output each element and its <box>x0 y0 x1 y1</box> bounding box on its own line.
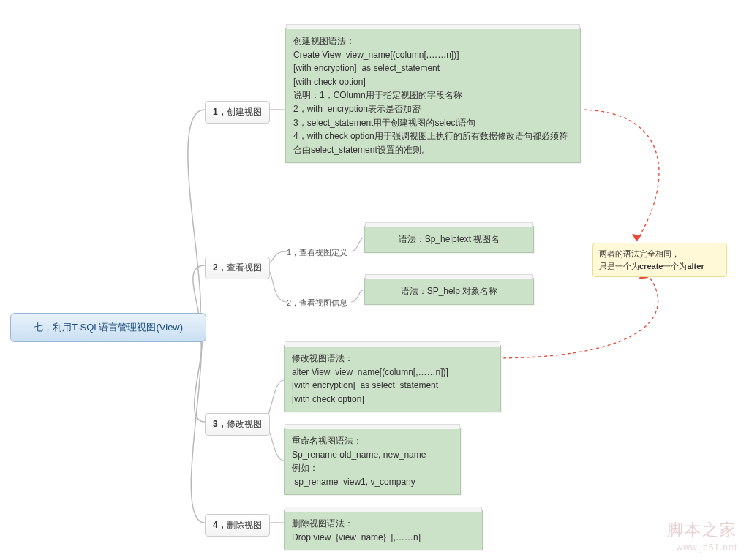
branch-label: 修改视图 <box>227 419 262 429</box>
branch-label: 删除视图 <box>227 520 262 530</box>
detail-rename[interactable]: 重命名视图语法： Sp_rename old_name, new_name 例如… <box>284 428 461 495</box>
detail-view-def-text: 语法：Sp_helptext 视图名 <box>399 234 500 244</box>
note-line2: 只是一个为create一个为alter <box>599 260 720 273</box>
branch-create-view[interactable]: 1，创建视图 <box>205 101 270 124</box>
branch-delete-view[interactable]: 4，删除视图 <box>205 514 270 537</box>
svg-marker-0 <box>632 234 641 241</box>
root-topic[interactable]: 七，利用T-SQL语言管理视图(View) <box>10 313 206 342</box>
root-title: 七，利用T-SQL语言管理视图(View) <box>34 322 183 333</box>
detail-alter-text: 修改视图语法： alter View view_name[(column[,……… <box>292 352 493 406</box>
branch-label: 查看视图 <box>227 262 262 273</box>
branch-view-view[interactable]: 2，查看视图 <box>205 257 270 279</box>
branch-num: 4， <box>213 520 227 530</box>
note-line1: 两者的语法完全相同， <box>599 248 720 260</box>
detail-view-def[interactable]: 语法：Sp_helptext 视图名 <box>364 226 534 253</box>
detail-alter[interactable]: 修改视图语法： alter View view_name[(column[,……… <box>284 345 501 412</box>
watermark-en: www.jb51.net <box>677 542 737 553</box>
branch-num: 3， <box>213 419 227 429</box>
detail-create-text: 创建视图语法： Create View view_name[(column[,…… <box>293 34 573 156</box>
note-annotation[interactable]: 两者的语法完全相同， 只是一个为create一个为alter <box>592 243 727 277</box>
branch-num: 1， <box>213 107 227 117</box>
detail-view-info-text: 语法：SP_help 对象名称 <box>401 286 498 296</box>
sub-view-def-label: 1，查看视图定义 <box>287 247 347 258</box>
branch-label: 创建视图 <box>227 107 262 117</box>
detail-create[interactable]: 创建视图语法： Create View view_name[(column[,…… <box>285 28 581 163</box>
detail-rename-text: 重命名视图语法： Sp_rename old_name, new_name 例如… <box>292 434 453 488</box>
detail-drop-text: 删除视图语法： Drop view {view_name} [,……n] <box>292 517 475 544</box>
branch-modify-view[interactable]: 3，修改视图 <box>205 413 270 436</box>
detail-drop[interactable]: 删除视图语法： Drop view {view_name} [,……n] <box>284 510 483 550</box>
watermark-cn: 脚本之家 <box>667 519 737 541</box>
sub-view-info-label: 2，查看视图信息 <box>287 298 347 309</box>
branch-num: 2， <box>213 262 227 273</box>
detail-view-info[interactable]: 语法：SP_help 对象名称 <box>364 278 534 305</box>
